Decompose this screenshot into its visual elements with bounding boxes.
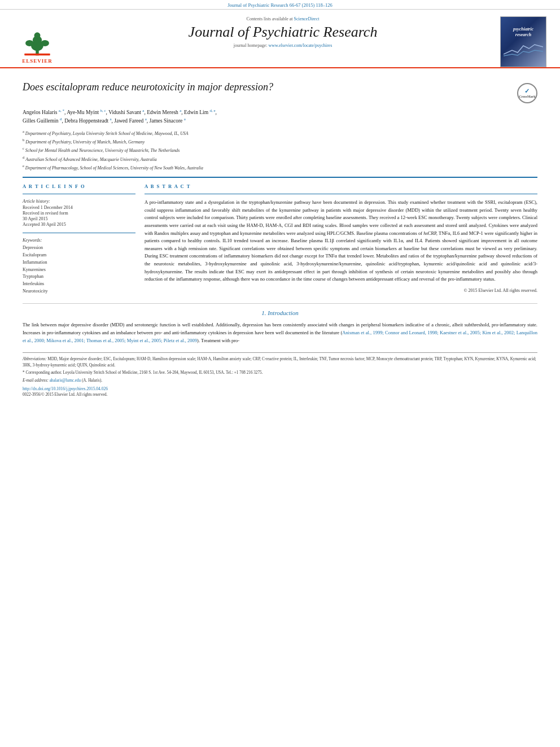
sciencedirect-line: Contents lists available at ScienceDirec… bbox=[71, 16, 495, 21]
introduction-section: 1. Introduction The link between major d… bbox=[23, 309, 537, 344]
affiliations: a Department of Psychiatry, Loyola Unive… bbox=[23, 129, 537, 171]
keywords-section: Keywords: Depression Escitalopram Inflam… bbox=[23, 233, 135, 295]
keyword-tryptophan: Tryptophan bbox=[23, 273, 135, 281]
svg-point-5 bbox=[41, 40, 49, 46]
keyword-interleukins: Interleukins bbox=[23, 281, 135, 288]
keyword-neurotoxicity: Neurotoxicity bbox=[23, 288, 135, 295]
keyword-depression: Depression bbox=[23, 244, 135, 252]
crossmark-icon: ✓ CrossMark bbox=[519, 88, 535, 98]
svg-point-3 bbox=[34, 32, 41, 38]
sciencedirect-link[interactable]: ScienceDirect bbox=[294, 16, 320, 21]
email-note: E-mail address: ahalaris@lumc.edu (A. Ha… bbox=[23, 378, 537, 384]
article-info-abstract-row: A R T I C L E I N F O Article history: R… bbox=[23, 184, 537, 295]
doi-link[interactable]: http://dx.doi.org/10.1016/j.jpsychires.2… bbox=[23, 386, 537, 391]
journal-ref-text: Journal of Psychiatric Research 66-67 (2… bbox=[228, 2, 333, 8]
elsevier-logo: ELSEVIER bbox=[9, 29, 65, 64]
abbreviations: Abbreviations: MDD, Major depressive dis… bbox=[23, 356, 537, 369]
journal-title: Journal of Psychiatric Research bbox=[71, 24, 495, 41]
revised-date: 30 April 2015 bbox=[23, 216, 135, 221]
keyword-escitalopram: Escitalopram bbox=[23, 252, 135, 259]
abstract-text: A pro-inflammatory state and a dysregula… bbox=[145, 199, 537, 283]
abstract-panel: A B S T R A C T A pro-inflammatory state… bbox=[145, 184, 537, 295]
accepted-date: Accepted 30 April 2015 bbox=[23, 222, 135, 227]
abstract-header: A B S T R A C T bbox=[145, 184, 537, 189]
intro-title: 1. Introduction bbox=[23, 309, 537, 316]
journal-thumbnail-area: psychiatric research bbox=[500, 14, 551, 67]
keyword-kynurenines: Kynurenines bbox=[23, 267, 135, 274]
elsevier-wordmark: ELSEVIER bbox=[22, 58, 53, 64]
journal-reference: Journal of Psychiatric Research 66-67 (2… bbox=[0, 0, 560, 10]
keywords-label: Keywords: bbox=[23, 238, 135, 243]
svg-rect-6 bbox=[24, 54, 50, 56]
refs-link[interactable]: Anisman et al., 1999; Connor and Leonard… bbox=[23, 330, 537, 343]
issn-line: 0022-3956/© 2015 Elsevier Ltd. All right… bbox=[23, 392, 537, 397]
corresponding-note: * Corresponding author. Loyola Universit… bbox=[23, 370, 537, 376]
authors-line: Angelos Halaris a, *, Aye-Mu Myint b, c,… bbox=[23, 108, 537, 125]
copyright-line: © 2015 Elsevier Ltd. All rights reserved… bbox=[145, 288, 537, 293]
homepage-link[interactable]: www.elsevier.com/locate/psychires bbox=[268, 43, 332, 48]
revised-label: Received in revised form bbox=[23, 211, 135, 216]
article-content: Does escitalopram reduce neurotoxicity i… bbox=[0, 68, 560, 403]
intro-text: The link between major depressive disord… bbox=[23, 321, 537, 344]
svg-point-4 bbox=[25, 40, 34, 46]
received-date: Received 1 December 2014 bbox=[23, 205, 135, 210]
keyword-inflammation: Inflammation bbox=[23, 259, 135, 267]
journal-homepage: journal homepage: www.elsevier.com/locat… bbox=[71, 43, 495, 48]
paper-title: Does escitalopram reduce neurotoxicity i… bbox=[23, 81, 517, 94]
footnotes: Abbreviations: MDD, Major depressive dis… bbox=[23, 352, 537, 397]
thumb-chart-icon bbox=[504, 40, 543, 57]
article-info-panel: A R T I C L E I N F O Article history: R… bbox=[23, 184, 135, 295]
title-crossmark-row: Does escitalopram reduce neurotoxicity i… bbox=[23, 81, 537, 103]
journal-header: ELSEVIER Contents lists available at Sci… bbox=[0, 10, 560, 68]
journal-header-center: Contents lists available at ScienceDirec… bbox=[65, 14, 500, 67]
elsevier-tree-icon bbox=[20, 29, 54, 57]
crossmark-badge[interactable]: ✓ CrossMark bbox=[517, 83, 537, 103]
history-label: Article history: bbox=[23, 199, 135, 204]
email-link[interactable]: ahalaris@lumc.edu bbox=[50, 378, 81, 383]
article-info-header: A R T I C L E I N F O bbox=[23, 184, 135, 189]
elsevier-logo-area: ELSEVIER bbox=[9, 14, 65, 67]
journal-thumbnail: psychiatric research bbox=[500, 16, 546, 67]
